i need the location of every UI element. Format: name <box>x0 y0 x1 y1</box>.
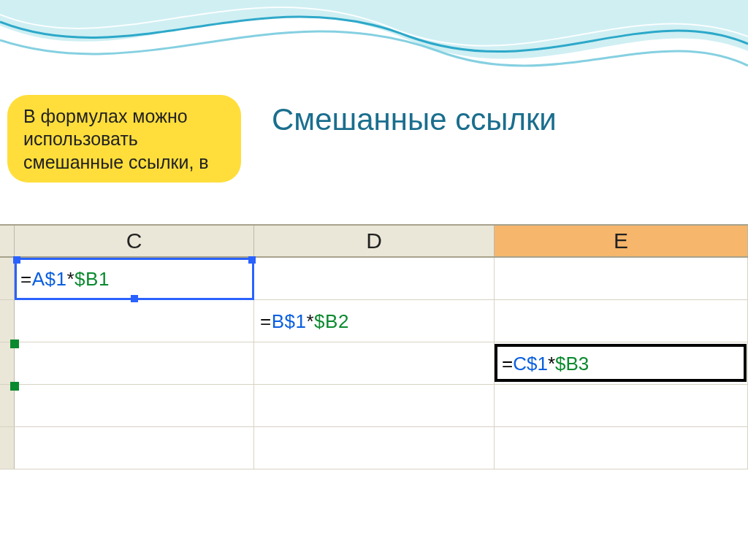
ref-a: A$1 <box>32 268 67 290</box>
selection-handle[interactable] <box>248 256 256 264</box>
cell-c4[interactable] <box>15 385 254 426</box>
cell-d1[interactable] <box>254 258 495 299</box>
formula-c1: =A$1*$B1 <box>20 268 110 291</box>
row-stub <box>0 342 15 384</box>
column-header-d[interactable]: D <box>254 226 495 256</box>
header-stub <box>0 226 15 256</box>
cell-d5[interactable] <box>254 427 495 469</box>
eq-sign: = <box>20 268 32 290</box>
range-handle[interactable] <box>10 382 19 391</box>
slide: В формулах можно использовать смешанные … <box>0 0 748 560</box>
table-row <box>0 300 748 342</box>
callout-box: В формулах можно использовать смешанные … <box>7 95 241 183</box>
ref-b: $B2 <box>314 310 349 332</box>
table-row <box>0 427 748 469</box>
cell-d4[interactable] <box>254 385 495 426</box>
table-row <box>0 385 748 427</box>
callout-text: В формулах можно использовать смешанные … <box>23 106 209 172</box>
cell-c2[interactable] <box>15 300 254 342</box>
cell-c5[interactable] <box>15 427 254 469</box>
ref-b: $B1 <box>75 268 110 290</box>
column-header-e[interactable]: E <box>495 226 748 256</box>
row-stub <box>0 385 15 426</box>
ref-a: C$1 <box>513 353 548 375</box>
star: * <box>306 310 314 332</box>
cell-e4[interactable] <box>495 385 748 426</box>
cell-e5[interactable] <box>495 427 748 469</box>
cell-c3[interactable] <box>15 342 254 384</box>
eq-sign: = <box>260 310 272 332</box>
row-stub <box>0 427 15 469</box>
row-stub <box>0 258 15 299</box>
row-stub <box>0 300 15 342</box>
eq-sign: = <box>502 353 513 375</box>
cell-e1[interactable] <box>495 258 748 299</box>
fill-handle[interactable] <box>131 295 138 302</box>
cell-e2[interactable] <box>495 300 748 342</box>
selection-handle[interactable] <box>13 256 20 264</box>
grid-rows: =A$1*$B1 =B$1*$B2 =C$1*$B3 <box>0 258 748 469</box>
spreadsheet: C D E <box>0 224 748 469</box>
ref-a: B$1 <box>272 310 307 332</box>
range-handle[interactable] <box>10 340 19 348</box>
column-header-c[interactable]: C <box>15 226 254 256</box>
star: * <box>548 353 555 375</box>
ref-b: $B3 <box>555 353 589 375</box>
wave-decoration <box>0 0 748 102</box>
slide-title: Смешанные ссылки <box>272 102 557 137</box>
column-headers: C D E <box>0 224 748 258</box>
star: * <box>66 268 75 290</box>
formula-e3: =C$1*$B3 <box>502 353 589 375</box>
formula-d2: =B$1*$B2 <box>260 310 349 333</box>
cell-d3[interactable] <box>254 342 495 384</box>
editing-cell-outline: =C$1*$B3 <box>495 344 747 382</box>
